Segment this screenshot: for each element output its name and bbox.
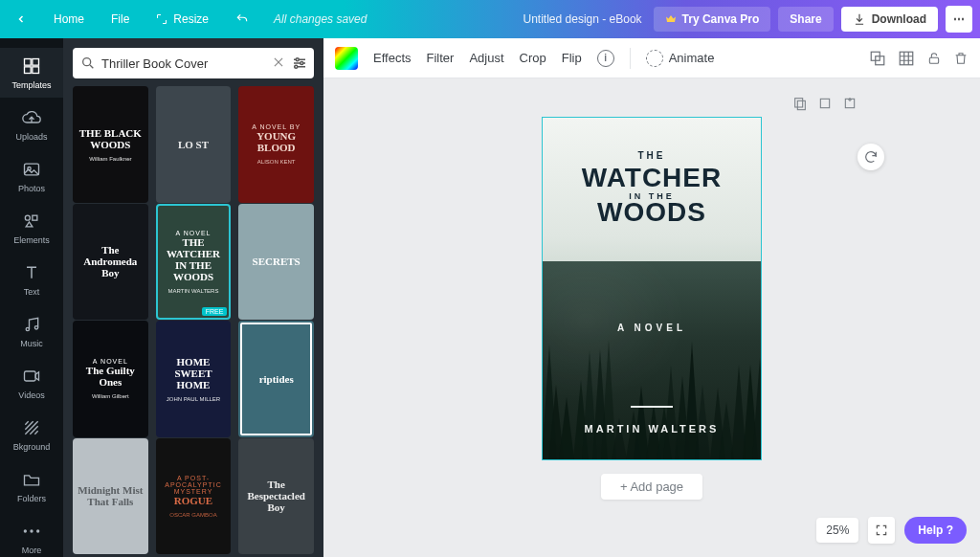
background-icon xyxy=(21,417,42,438)
template-card[interactable]: A NOVELTHE WATCHER IN THE WOODSMARTIN WA… xyxy=(156,204,232,321)
copy-page-button[interactable] xyxy=(817,96,833,111)
rail-item-label: Videos xyxy=(18,390,44,400)
rail-item-background[interactable]: Bkground xyxy=(0,410,63,459)
undo-button[interactable] xyxy=(226,7,258,32)
rotate-button[interactable] xyxy=(858,144,884,170)
flip-button[interactable]: Flip xyxy=(562,51,582,65)
template-card[interactable]: SECRETS xyxy=(238,204,314,321)
svg-point-9 xyxy=(34,326,37,329)
more-menu-button[interactable]: ⋯ xyxy=(946,6,972,33)
animate-label: Animate xyxy=(669,51,715,65)
svg-rect-30 xyxy=(820,99,829,107)
try-pro-label: Try Canva Pro xyxy=(682,12,760,26)
zoom-dropdown[interactable]: 25% xyxy=(816,518,858,543)
divider-line[interactable] xyxy=(631,406,673,408)
fullscreen-button[interactable] xyxy=(868,517,895,544)
search-icon xyxy=(80,56,96,71)
title-line4: WOODS xyxy=(543,197,761,228)
template-title: THE BLACK WOODS xyxy=(77,127,145,150)
svg-point-23 xyxy=(295,65,298,68)
rail-item-elements[interactable]: Elements xyxy=(0,203,63,253)
rail-item-label: Uploads xyxy=(15,132,47,142)
canvas-page[interactable]: THE WATCHER IN THE WOODS A NOVEL MARTIN … xyxy=(542,117,762,460)
duplicate-page-button[interactable] xyxy=(792,96,808,111)
effects-button[interactable]: Effects xyxy=(373,51,412,65)
info-icon: i xyxy=(597,50,614,67)
template-card[interactable]: THE BLACK WOODSWilliam Faulkner xyxy=(73,86,148,203)
rail-item-label: Photos xyxy=(18,184,45,193)
color-swatch-button[interactable] xyxy=(335,47,358,70)
canvas-area[interactable]: THE WATCHER IN THE WOODS A NOVEL MARTIN … xyxy=(323,78,980,557)
svg-rect-10 xyxy=(25,371,36,381)
rail-item-uploads[interactable]: Uploads xyxy=(0,100,63,149)
template-title: LO ST xyxy=(178,139,209,150)
rail-item-label: Elements xyxy=(13,235,50,245)
delete-button[interactable] xyxy=(953,50,969,67)
template-title: SECRETS xyxy=(253,256,301,267)
template-title: YOUNG BLOOD xyxy=(242,130,310,153)
author-text[interactable]: MARTIN WALTERS xyxy=(543,423,761,434)
rail-item-photos[interactable]: Photos xyxy=(0,151,63,201)
back-button[interactable] xyxy=(6,8,36,31)
download-button[interactable]: Download xyxy=(841,7,938,32)
template-card[interactable]: A NOVELThe Guilty OnesWilliam Gilbert xyxy=(73,321,148,437)
subtitle-text[interactable]: A NOVEL xyxy=(543,323,761,333)
title-block[interactable]: THE WATCHER IN THE WOODS xyxy=(543,150,761,228)
rail-item-videos[interactable]: Videos xyxy=(0,358,63,408)
info-button[interactable]: i xyxy=(597,50,614,67)
clear-search-button[interactable] xyxy=(272,56,285,69)
document-title[interactable]: Untitled design - eBook xyxy=(523,12,642,26)
rail-item-folders[interactable]: Folders xyxy=(0,461,63,511)
template-card[interactable]: The Bespectacled Boy xyxy=(238,438,314,555)
free-badge: FREE xyxy=(202,307,228,316)
rail-item-label: Bkground xyxy=(13,442,51,452)
editor-area: Effects Filter Adjust Crop Flip i Animat… xyxy=(323,38,980,557)
animate-button[interactable]: Animate xyxy=(646,50,715,67)
template-author: OSCAR GAMBOA xyxy=(169,512,216,518)
add-page-icon-button[interactable] xyxy=(842,96,858,111)
template-card[interactable]: riptides xyxy=(238,321,314,437)
svg-rect-26 xyxy=(900,52,913,65)
template-title: The Andromeda Boy xyxy=(77,244,145,278)
position-button[interactable] xyxy=(869,50,886,67)
svg-point-22 xyxy=(301,62,303,65)
lock-button[interactable] xyxy=(926,50,942,67)
template-card[interactable]: The Andromeda Boy xyxy=(73,204,148,321)
svg-rect-2 xyxy=(25,67,32,74)
adjust-button[interactable]: Adjust xyxy=(469,51,503,65)
photos-icon xyxy=(21,159,42,180)
template-author: William Gilbert xyxy=(92,393,129,399)
rail-item-more[interactable]: More xyxy=(0,513,63,557)
add-page-label: + Add page xyxy=(620,479,683,494)
share-label: Share xyxy=(790,12,821,26)
resize-label: Resize xyxy=(173,12,209,26)
rail-item-templates[interactable]: Templates xyxy=(0,48,63,98)
template-card[interactable]: LO ST xyxy=(156,86,232,203)
add-page-button[interactable]: + Add page xyxy=(601,474,702,500)
search-field-wrap xyxy=(73,48,314,78)
file-label: File xyxy=(111,12,129,26)
search-input[interactable] xyxy=(101,56,287,71)
template-card[interactable]: HOME SWEET HOMEJOHN PAUL MILLER xyxy=(156,321,232,437)
crop-button[interactable]: Crop xyxy=(520,51,546,65)
transparency-button[interactable] xyxy=(898,50,915,67)
filter-button[interactable]: Filter xyxy=(427,51,455,65)
template-title: THE WATCHER IN THE WOODS xyxy=(160,236,228,282)
folders-icon xyxy=(21,469,42,490)
template-card[interactable]: Midnight Mist That Falls xyxy=(73,438,148,555)
elements-icon xyxy=(21,211,42,232)
svg-rect-7 xyxy=(33,215,37,220)
template-card[interactable]: A NOVEL BYYOUNG BLOODALISON KENT xyxy=(238,86,314,203)
rail-item-text[interactable]: Text xyxy=(0,255,63,304)
help-button[interactable]: Help ? xyxy=(904,517,967,544)
template-title: ROGUE xyxy=(174,495,212,506)
template-card[interactable]: A POST-APOCALYPTIC MYSTERYROGUEOSCAR GAM… xyxy=(156,438,232,555)
try-pro-button[interactable]: Try Canva Pro xyxy=(654,7,771,32)
filter-sliders-button[interactable] xyxy=(291,55,308,72)
resize-button[interactable]: Resize xyxy=(146,7,218,32)
file-menu[interactable]: File xyxy=(101,7,139,32)
share-button[interactable]: Share xyxy=(778,7,833,32)
rail-item-music[interactable]: Music xyxy=(0,306,63,356)
home-button[interactable]: Home xyxy=(44,7,94,32)
page-actions xyxy=(323,96,980,117)
